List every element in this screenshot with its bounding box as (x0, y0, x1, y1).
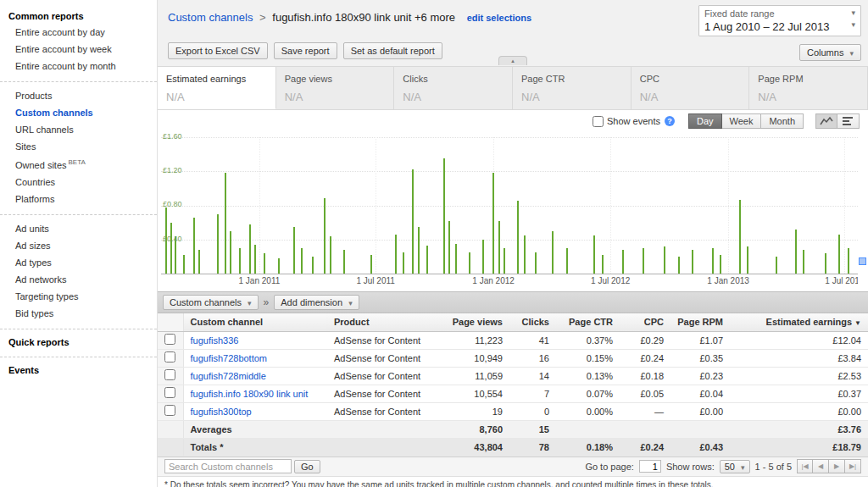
granularity-week-button[interactable]: Week (722, 113, 762, 129)
chart-bar (264, 253, 265, 274)
edit-selections-link[interactable]: edit selections (467, 13, 531, 23)
earnings-chart: £1.60 £1.20 £0.80 £0.40 1 Jan 20111 Jul … (158, 132, 868, 291)
sidebar-item-owned-sites[interactable]: Owned sitesBETA (0, 155, 157, 174)
tab-page-views[interactable]: Page views N/A (276, 67, 395, 109)
sidebar-item-entire-account-by-week[interactable]: Entire account by week (0, 41, 157, 58)
table-row: fugufish728middle AdSense for Content 11… (158, 367, 868, 385)
sidebar-item-ad-networks[interactable]: Ad networks (0, 271, 157, 288)
page-number-input[interactable] (639, 460, 661, 473)
sidebar-group-common-reports: Common reports Entire account by day Ent… (0, 5, 157, 80)
search-go-button[interactable]: Go (294, 460, 320, 473)
bar-chart-icon[interactable] (837, 113, 860, 129)
set-default-report-button[interactable]: Set as default report (343, 42, 442, 59)
first-page-icon[interactable]: |◀ (797, 459, 813, 473)
tab-estimated-earnings[interactable]: Estimated earnings N/A (158, 67, 276, 109)
sidebar-item-custom-channels[interactable]: Custom channels (0, 104, 157, 121)
sidebar-item-ad-sizes[interactable]: Ad sizes (0, 237, 157, 254)
sidebar-group-events: Events (0, 357, 157, 383)
sidebar-item-ad-types[interactable]: Ad types (0, 254, 157, 271)
row-checkbox[interactable] (164, 369, 175, 380)
tab-cpc[interactable]: CPC N/A (632, 67, 750, 109)
averages-label: Averages (183, 420, 327, 438)
chart-bar (403, 252, 404, 274)
sidebar-item-targeting-types[interactable]: Targeting types (0, 288, 157, 305)
chevron-down-icon: ▾ (851, 20, 855, 33)
last-page-icon[interactable]: ▶| (845, 459, 861, 473)
sidebar-item-platforms[interactable]: Platforms (0, 191, 157, 208)
metric-label: Page views (285, 74, 386, 84)
cpc-cell: £0.05 (620, 385, 670, 402)
help-icon[interactable]: ? (665, 116, 675, 126)
channel-link[interactable]: fugufish336 (191, 335, 239, 346)
beta-badge: BETA (69, 158, 86, 166)
date-range-value[interactable]: 1 Aug 2010 – 22 Jul 2013 ▾ (704, 20, 855, 33)
tab-clicks[interactable]: Clicks N/A (394, 67, 513, 109)
header-clicks[interactable]: Clicks (509, 313, 556, 331)
date-range-value-text: 1 Aug 2010 – 22 Jul 2013 (704, 20, 829, 33)
header-page-rpm[interactable]: Page RPM (670, 313, 730, 331)
date-range-type[interactable]: Fixed date range ▾ (704, 8, 855, 19)
x-axis-tick: 1 Jul 2012 (591, 276, 630, 285)
sidebar-item-url-channels[interactable]: URL channels (0, 121, 157, 138)
export-csv-button[interactable]: Export to Excel CSV (168, 42, 268, 59)
granularity-day-button[interactable]: Day (688, 113, 722, 129)
metric-value: N/A (403, 91, 504, 103)
ctr-cell: 0.13% (556, 367, 620, 385)
line-chart-icon[interactable] (815, 113, 837, 129)
date-range-picker[interactable]: Fixed date range ▾ 1 Aug 2010 – 22 Jul 2… (698, 5, 861, 36)
columns-button[interactable]: Columns ▾ (799, 44, 861, 61)
sidebar-item-sites[interactable]: Sites (0, 138, 157, 155)
header-estimated-earnings[interactable]: Estimated earnings▼ (730, 313, 868, 331)
header-page-views[interactable]: Page views (442, 313, 509, 331)
add-dimension-dropdown[interactable]: Add dimension ▾ (274, 295, 359, 310)
channel-link[interactable]: fugufish.info 180x90 link unit (191, 389, 309, 399)
channel-link[interactable]: fugufish728middle (191, 371, 266, 381)
granularity-month-button[interactable]: Month (761, 113, 804, 129)
chart-bar (426, 246, 428, 274)
header-cpc[interactable]: CPC (620, 313, 670, 331)
show-events-checkbox[interactable] (593, 116, 604, 127)
sidebar-header-common-reports: Common reports (0, 8, 157, 24)
sidebar-item-products[interactable]: Products (0, 87, 157, 104)
search-input[interactable] (164, 459, 292, 473)
row-checkbox[interactable] (164, 351, 175, 362)
table-row: fugufish728bottom AdSense for Content 10… (158, 349, 868, 367)
header-custom-channel[interactable]: Custom channel (183, 313, 327, 331)
sidebar-item-ad-units[interactable]: Ad units (0, 220, 157, 237)
sidebar-item-bid-types[interactable]: Bid types (0, 305, 157, 322)
chart-pan-handle[interactable] (859, 257, 866, 265)
breadcrumb-custom-channels-link[interactable]: Custom channels (168, 11, 253, 24)
channel-link[interactable]: fugufish728bottom (191, 353, 268, 363)
earnings-cell: £3.84 (730, 349, 868, 367)
tab-page-ctr[interactable]: Page CTR N/A (513, 67, 632, 109)
rpm-cell: £0.35 (670, 349, 730, 367)
header-page-ctr[interactable]: Page CTR (556, 313, 620, 331)
row-checkbox[interactable] (164, 387, 175, 398)
goto-page-label: Go to page: (585, 462, 634, 472)
sidebar-item-entire-account-by-day[interactable]: Entire account by day (0, 24, 157, 41)
chart-bar (249, 224, 251, 274)
header-product[interactable]: Product (327, 313, 442, 331)
sidebar-item-countries[interactable]: Countries (0, 174, 157, 191)
previous-page-icon[interactable]: ◀ (813, 459, 829, 473)
custom-channels-dropdown[interactable]: Custom channels ▾ (163, 295, 259, 310)
rpm-cell: £0.04 (670, 385, 730, 402)
gridline (161, 240, 858, 241)
tab-page-rpm[interactable]: Page RPM N/A (749, 67, 868, 109)
clicks-cell: 0 (509, 402, 556, 420)
chart-bar (217, 214, 219, 274)
show-rows-dropdown[interactable]: 50 ▾ (720, 460, 750, 473)
next-page-icon[interactable]: ▶ (829, 459, 845, 473)
save-report-button[interactable]: Save report (274, 42, 337, 59)
sidebar-item-entire-account-by-month[interactable]: Entire account by month (0, 58, 157, 75)
collapse-chart-handle[interactable]: ▴ (498, 56, 527, 65)
row-checkbox[interactable] (164, 405, 175, 416)
sidebar-header-events[interactable]: Events (0, 362, 157, 378)
sidebar-header-quick-reports[interactable]: Quick reports (0, 335, 157, 350)
metric-value: N/A (166, 91, 267, 103)
chart-bar (193, 218, 195, 274)
row-checkbox[interactable] (164, 334, 175, 345)
y-axis-tick: £1.60 (163, 132, 182, 141)
channel-link[interactable]: fugufish300top (191, 407, 252, 417)
double-arrow-icon: » (264, 296, 270, 308)
